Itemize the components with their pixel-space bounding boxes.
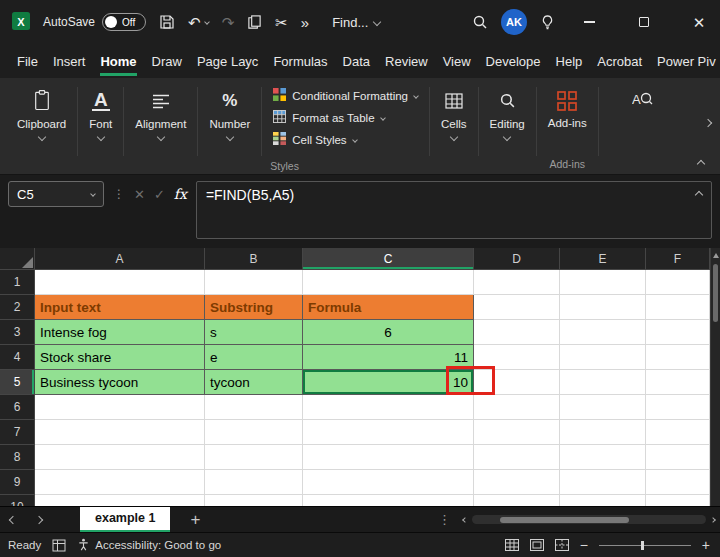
cell-E1[interactable] bbox=[560, 270, 646, 295]
clipboard-group-button[interactable]: Clipboard bbox=[6, 85, 77, 172]
cell-styles-button[interactable]: Cell Styles bbox=[270, 129, 359, 150]
column-header-F[interactable]: F bbox=[646, 248, 710, 270]
editing-group-button[interactable]: Editing bbox=[479, 85, 536, 172]
enter-button[interactable]: ✓ bbox=[154, 187, 165, 202]
analyze-data-button[interactable]: A bbox=[632, 90, 654, 109]
copy-button[interactable] bbox=[247, 14, 262, 30]
row-header-9[interactable]: 9 bbox=[0, 470, 35, 495]
cell-F1[interactable] bbox=[646, 270, 710, 295]
scroll-up-arrow[interactable] bbox=[713, 253, 719, 258]
cell-D7[interactable] bbox=[474, 420, 560, 445]
tab-power-pivot[interactable]: Power Piv bbox=[650, 46, 720, 77]
more-commands-button[interactable]: » bbox=[301, 15, 309, 30]
excel-logo-icon[interactable]: X bbox=[12, 12, 30, 33]
cell-D5[interactable] bbox=[474, 370, 560, 395]
redo-button[interactable]: ↷ bbox=[222, 15, 235, 30]
cell-E8[interactable] bbox=[560, 445, 646, 470]
row-header-5[interactable]: 5 bbox=[0, 370, 35, 395]
column-header-C[interactable]: C bbox=[303, 248, 474, 270]
column-header-A[interactable]: A bbox=[35, 248, 205, 270]
format-as-table-button[interactable]: Format as Table bbox=[270, 107, 387, 128]
insert-function-button[interactable]: fx bbox=[174, 186, 187, 202]
cell-E3[interactable] bbox=[560, 320, 646, 345]
cell-C6[interactable] bbox=[303, 395, 474, 420]
cell-D10[interactable] bbox=[474, 495, 560, 506]
conditional-formatting-button[interactable]: Conditional Formatting bbox=[270, 85, 421, 106]
row-header-7[interactable]: 7 bbox=[0, 420, 35, 445]
cell-C10[interactable] bbox=[303, 495, 474, 506]
scroll-left-arrow[interactable] bbox=[463, 518, 467, 522]
cell-B8[interactable] bbox=[205, 445, 303, 470]
name-box[interactable]: C5 bbox=[8, 181, 104, 207]
cell-E5[interactable] bbox=[560, 370, 646, 395]
column-header-E[interactable]: E bbox=[560, 248, 646, 270]
cell-B10[interactable] bbox=[205, 495, 303, 506]
tab-file[interactable]: File bbox=[10, 46, 45, 77]
cut-button[interactable]: ✂ bbox=[275, 15, 288, 30]
cell-B6[interactable] bbox=[205, 395, 303, 420]
page-break-view-button[interactable] bbox=[555, 539, 569, 551]
cell-C9[interactable] bbox=[303, 470, 474, 495]
number-group-button[interactable]: % Number bbox=[198, 85, 261, 172]
close-button[interactable]: ✕ bbox=[678, 0, 720, 44]
cell-C8[interactable] bbox=[303, 445, 474, 470]
addins-button[interactable]: Add-ins bbox=[548, 87, 587, 129]
zoom-out-button[interactable]: − bbox=[580, 537, 588, 553]
tab-page-layout[interactable]: Page Layc bbox=[190, 46, 265, 77]
cell-C1[interactable] bbox=[303, 270, 474, 295]
next-sheet-button[interactable] bbox=[26, 507, 52, 533]
cell-F5[interactable] bbox=[646, 370, 710, 395]
cell-A3[interactable]: Intense fog bbox=[35, 320, 205, 345]
cell-A1[interactable] bbox=[35, 270, 205, 295]
zoom-thumb[interactable] bbox=[641, 541, 644, 550]
cell-D3[interactable] bbox=[474, 320, 560, 345]
cell-B4[interactable]: e bbox=[205, 345, 303, 370]
tab-review[interactable]: Review bbox=[378, 46, 435, 77]
horizontal-scroll-track[interactable] bbox=[472, 515, 706, 524]
accessibility-status-button[interactable]: Accessibility: Good to go bbox=[77, 538, 221, 553]
formula-input[interactable]: =FIND(B5,A5) bbox=[196, 181, 712, 239]
horizontal-scroll-thumb[interactable] bbox=[500, 517, 629, 523]
cell-C5[interactable]: 10 bbox=[303, 370, 474, 395]
row-header-8[interactable]: 8 bbox=[0, 445, 35, 470]
save-button[interactable] bbox=[159, 14, 175, 30]
row-header-3[interactable]: 3 bbox=[0, 320, 35, 345]
tab-options-icon[interactable]: ⋮ bbox=[438, 512, 451, 527]
cell-A5[interactable]: Business tycoon bbox=[35, 370, 205, 395]
cell-B9[interactable] bbox=[205, 470, 303, 495]
tab-help[interactable]: Help bbox=[549, 46, 590, 77]
search-button[interactable] bbox=[472, 14, 488, 30]
scroll-right-arrow[interactable] bbox=[711, 518, 715, 522]
cell-B5[interactable]: tycoon bbox=[205, 370, 303, 395]
cell-D6[interactable] bbox=[474, 395, 560, 420]
cell-E9[interactable] bbox=[560, 470, 646, 495]
cell-A10[interactable] bbox=[35, 495, 205, 506]
maximize-button[interactable] bbox=[623, 0, 665, 44]
column-header-B[interactable]: B bbox=[205, 248, 303, 270]
tab-data[interactable]: Data bbox=[336, 46, 377, 77]
tab-draw[interactable]: Draw bbox=[145, 46, 189, 77]
cell-D9[interactable] bbox=[474, 470, 560, 495]
select-all-corner[interactable] bbox=[0, 248, 35, 270]
alignment-group-button[interactable]: Alignment bbox=[124, 85, 197, 172]
row-header-6[interactable]: 6 bbox=[0, 395, 35, 420]
horizontal-scrollbar[interactable] bbox=[463, 515, 715, 524]
cell-D4[interactable] bbox=[474, 345, 560, 370]
normal-view-button[interactable] bbox=[505, 539, 519, 551]
autosave-control[interactable]: AutoSave Off bbox=[43, 13, 146, 31]
formula-bar-separator[interactable]: ⋮ bbox=[113, 187, 125, 201]
row-header-4[interactable]: 4 bbox=[0, 345, 35, 370]
find-dropdown[interactable]: Find... bbox=[332, 15, 380, 30]
cell-F9[interactable] bbox=[646, 470, 710, 495]
cells-group-button[interactable]: Cells bbox=[430, 85, 478, 172]
sheet-tab-example-1[interactable]: example 1 bbox=[80, 507, 170, 533]
cell-E7[interactable] bbox=[560, 420, 646, 445]
ribbon-more-button[interactable] bbox=[705, 120, 711, 126]
cell-D1[interactable] bbox=[474, 270, 560, 295]
row-header-1[interactable]: 1 bbox=[0, 270, 35, 295]
cell-B2[interactable]: Substring bbox=[205, 295, 303, 320]
cell-E6[interactable] bbox=[560, 395, 646, 420]
cell-F3[interactable] bbox=[646, 320, 710, 345]
add-sheet-button[interactable]: + bbox=[190, 510, 200, 530]
cell-F10[interactable] bbox=[646, 495, 710, 506]
